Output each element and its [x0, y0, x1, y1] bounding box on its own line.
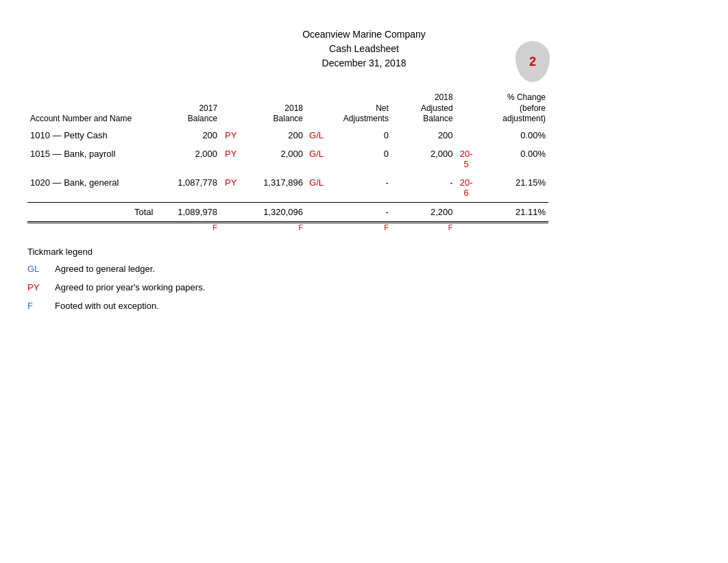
col-account-header: Account Number and Name — [27, 91, 156, 126]
cell-adj-balance: 200 — [391, 126, 456, 145]
cell-tick-2017: PY — [220, 145, 241, 173]
cell-tick-adj: 20-6 — [456, 173, 477, 203]
foot-empty-4 — [456, 222, 477, 233]
col-2017-balance-header: 2017Balance — [156, 91, 220, 126]
tickmark-label: GL — [27, 264, 55, 274]
cell-adj-balance: - — [391, 173, 456, 203]
cell-2017-balance: 200 — [156, 126, 220, 145]
foot-adj: F — [391, 222, 456, 233]
col-tick-adj-header — [456, 91, 477, 126]
report-title: Cash Leadsheet — [27, 42, 701, 56]
table-header-row: Account Number and Name 2017Balance 2018… — [27, 91, 548, 126]
foot-empty-2 — [220, 222, 241, 233]
cell-2017-balance: 2,000 — [156, 145, 220, 173]
cell-tick-adj — [456, 126, 477, 145]
total-row: Total 1,089,978 1,320,096 - 2,200 21.11% — [27, 202, 548, 222]
tickmark-desc: Footed with out exception. — [55, 301, 701, 311]
cell-2017-balance: 1,087,778 — [156, 173, 220, 203]
cell-tick-2017: PY — [220, 126, 241, 145]
col-tick-2017-header — [220, 91, 241, 126]
foot-2018: F — [241, 222, 306, 233]
foot-empty-3 — [306, 222, 327, 233]
tickmark-legend-title: Tickmark legend — [27, 247, 701, 257]
cell-adj-balance: 2,000 — [391, 145, 456, 173]
cell-account: 1015 — Bank, payroll — [27, 145, 156, 173]
cell-net-adj: 0 — [327, 145, 391, 173]
total-label: Total — [27, 202, 156, 222]
tickmark-item: GL Agreed to general ledger. — [27, 264, 701, 274]
cell-2018-balance: 2,000 — [241, 145, 306, 173]
tickmark-item: PY Agreed to prior year's working papers… — [27, 282, 701, 292]
col-pct-change-header: % Change(beforeadjustment) — [477, 91, 548, 126]
col-tick-2018-header — [306, 91, 327, 126]
tickmark-desc: Agreed to prior year's working papers. — [55, 282, 701, 292]
tickmark-label: F — [27, 301, 55, 311]
cell-net-adj: - — [327, 173, 391, 203]
cell-pct-change: 0.00% — [477, 126, 548, 145]
table-row: 1020 — Bank, general 1,087,778 PY 1,317,… — [27, 173, 548, 203]
report-date: December 31, 2018 — [27, 56, 701, 71]
table-row: 1015 — Bank, payroll 2,000 PY 2,000 G/L … — [27, 145, 548, 173]
total-net-adj: - — [327, 202, 391, 222]
total-2018-balance: 1,320,096 — [241, 202, 306, 222]
cell-tick-2018: G/L — [306, 145, 327, 173]
page-container: 2 Oceanview Marine Company Cash Leadshee… — [0, 0, 728, 347]
cell-2018-balance: 1,317,896 — [241, 173, 306, 203]
tickmark-item: F Footed with out exception. — [27, 301, 701, 311]
page-number: 2 — [529, 55, 536, 69]
cell-tick-adj: 20-5 — [456, 145, 477, 173]
col-net-adj-header: NetAdjustments — [327, 91, 391, 126]
footnote-row: F F F F — [27, 222, 548, 233]
foot-empty-5 — [477, 222, 548, 233]
tickmark-label: PY — [27, 282, 55, 292]
total-tick-adj — [456, 202, 477, 222]
foot-net: F — [327, 222, 391, 233]
total-2017-balance: 1,089,978 — [156, 202, 220, 222]
tickmark-section: Tickmark legend GL Agreed to general led… — [27, 247, 701, 311]
tickmark-desc: Agreed to general ledger. — [55, 264, 701, 274]
tickmark-items: GL Agreed to general ledger. PY Agreed t… — [27, 264, 701, 311]
cell-account: 1020 — Bank, general — [27, 173, 156, 203]
cell-account: 1010 — Petty Cash — [27, 126, 156, 145]
page-number-badge: 2 — [515, 41, 550, 82]
cell-pct-change: 0.00% — [477, 145, 548, 173]
report-header: Oceanview Marine Company Cash Leadsheet … — [27, 27, 701, 71]
col-2018-balance-header: 2018Balance — [241, 91, 306, 126]
total-tick-2018 — [306, 202, 327, 222]
total-adj-balance: 2,200 — [391, 202, 456, 222]
cell-pct-change: 21.15% — [477, 173, 548, 203]
cell-2018-balance: 200 — [241, 126, 306, 145]
total-tick-2017 — [220, 202, 241, 222]
cell-net-adj: 0 — [327, 126, 391, 145]
cell-tick-2018: G/L — [306, 173, 327, 203]
col-adj-balance-header: 2018AdjustedBalance — [391, 91, 456, 126]
foot-2017: F — [156, 222, 220, 233]
foot-empty-1 — [27, 222, 156, 233]
cell-tick-2018: G/L — [306, 126, 327, 145]
total-pct-change: 21.11% — [477, 202, 548, 222]
cell-tick-2017: PY — [220, 173, 241, 203]
table-row: 1010 — Petty Cash 200 PY 200 G/L 0 200 0… — [27, 126, 548, 145]
company-name: Oceanview Marine Company — [27, 27, 701, 42]
leadsheet-table: Account Number and Name 2017Balance 2018… — [27, 91, 548, 233]
